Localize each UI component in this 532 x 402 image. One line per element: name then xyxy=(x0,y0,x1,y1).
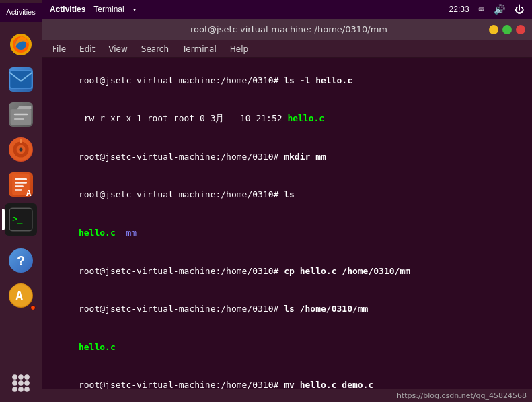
sidebar-icon-mail[interactable] xyxy=(5,63,37,96)
svg-rect-4 xyxy=(11,109,32,125)
svg-rect-5 xyxy=(14,114,28,116)
menu-help[interactable]: Help xyxy=(225,43,254,55)
terminal-line-4: root@jsetc-virtual-machine:/home/0310# l… xyxy=(47,176,527,215)
window-controls xyxy=(489,25,525,34)
svg-rect-11 xyxy=(20,139,22,143)
svg-point-28 xyxy=(12,387,17,392)
svg-rect-14 xyxy=(15,182,27,184)
power-icon[interactable]: ⏻ xyxy=(515,4,524,15)
menu-file[interactable]: File xyxy=(47,43,71,55)
sidebar-icon-grid[interactable] xyxy=(5,367,37,399)
terminal-line-3: root@jsetc-virtual-machine:/home/0310# m… xyxy=(47,138,527,176)
menu-search[interactable]: Search xyxy=(136,43,174,55)
activities-label[interactable]: Activities xyxy=(6,8,35,16)
menubar: File Edit View Search Terminal Help xyxy=(42,40,532,58)
svg-point-29 xyxy=(18,387,24,392)
main-area: Activities Terminal ▾ 22:33 ⌨ 🔊 ⏻ root@j… xyxy=(42,0,532,402)
menu-edit[interactable]: Edit xyxy=(74,43,100,55)
maximize-button[interactable] xyxy=(502,25,512,34)
sidebar-icon-updater[interactable]: A xyxy=(5,279,37,312)
svg-rect-6 xyxy=(14,118,24,120)
svg-point-23 xyxy=(18,374,24,380)
svg-text:A: A xyxy=(15,288,23,302)
svg-point-25 xyxy=(12,380,17,386)
svg-point-30 xyxy=(24,387,30,392)
close-button[interactable] xyxy=(516,25,525,34)
svg-point-10 xyxy=(19,147,22,151)
terminal-line-9: root@jsetc-virtual-machine:/home/0310# m… xyxy=(47,366,527,389)
terminal-line-1: root@jsetc-virtual-machine:/home/0310# l… xyxy=(47,62,527,100)
sidebar-icon-sound[interactable] xyxy=(5,133,37,166)
svg-point-26 xyxy=(18,380,24,386)
svg-point-22 xyxy=(12,374,17,380)
titlebar: root@jsetc-virtual-machine: /home/0310/m… xyxy=(42,19,532,40)
activities-button[interactable]: Activities xyxy=(50,5,85,14)
volume-icon[interactable]: 🔊 xyxy=(494,4,505,15)
keyboard-icon: ⌨ xyxy=(479,4,484,15)
sidebar-icon-terminal[interactable]: >_ xyxy=(5,203,37,236)
terminal-line-6: root@jsetc-virtual-machine:/home/0310# c… xyxy=(47,253,527,291)
terminal-line-2: -rw-r-xr-x 1 root root 0 3月 10 21:52 hel… xyxy=(47,100,527,139)
sidebar-icon-text-editor[interactable]: A xyxy=(5,168,37,201)
statusbar: https://blog.csdn.net/qq_45824568 xyxy=(42,389,532,402)
sidebar-icon-help[interactable]: ? xyxy=(5,244,37,277)
terminal-line-8: hello.c xyxy=(47,329,527,367)
clock: 22:33 xyxy=(449,5,469,14)
svg-rect-13 xyxy=(15,178,27,180)
svg-rect-15 xyxy=(15,185,24,187)
svg-text:A: A xyxy=(26,188,32,197)
status-url: https://blog.csdn.net/qq_45824568 xyxy=(397,391,527,400)
sidebar-icon-firefox[interactable] xyxy=(5,28,37,61)
menu-terminal[interactable]: Terminal xyxy=(177,43,222,55)
minimize-button[interactable] xyxy=(489,25,498,34)
terminal-content[interactable]: root@jsetc-virtual-machine:/home/0310# l… xyxy=(42,58,532,389)
svg-text:>_: >_ xyxy=(12,213,23,224)
sidebar: Activities xyxy=(0,0,42,402)
terminal-line-5: hello.c mm xyxy=(47,214,527,253)
sidebar-divider xyxy=(7,240,34,240)
terminal-line-7: root@jsetc-virtual-machine:/home/0310# l… xyxy=(47,290,527,329)
menu-view[interactable]: View xyxy=(103,43,132,55)
svg-point-27 xyxy=(24,380,30,386)
window-title: root@jsetc-virtual-machine: /home/0310/m… xyxy=(89,24,489,34)
app-name-label: Terminal xyxy=(93,5,124,14)
sidebar-icon-files[interactable] xyxy=(5,98,37,131)
svg-rect-16 xyxy=(15,189,22,191)
svg-point-24 xyxy=(24,374,30,380)
svg-rect-3 xyxy=(9,71,32,88)
update-badge xyxy=(30,305,36,310)
app-chevron[interactable]: ▾ xyxy=(132,5,137,14)
